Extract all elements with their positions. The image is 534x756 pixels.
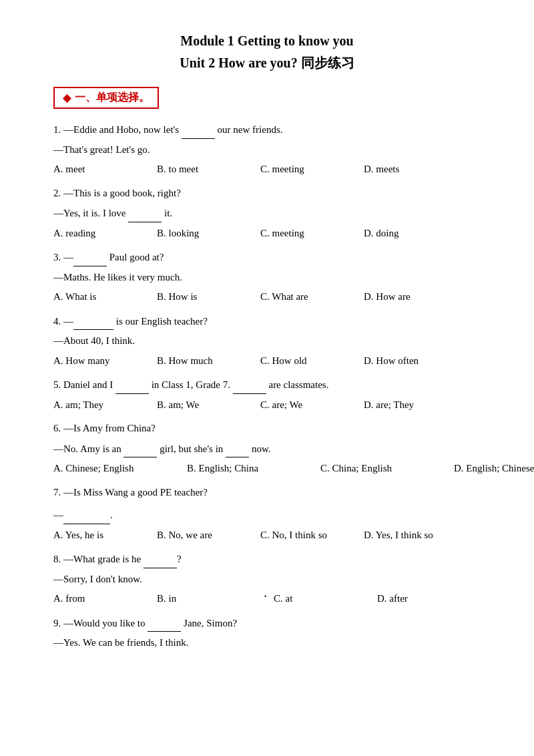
question-2: 2. —This is a good book, right? —Yes, it… [53,185,481,242]
q1-optD: D. meets [364,161,467,178]
q4-optB: B. How much [157,353,260,370]
page-title-sub: Unit 2 How are you? 同步练习 [53,54,481,72]
q8-text: 8. —What grade is he ? [53,550,481,568]
q1-optA: A. meet [53,161,157,178]
q6-optB: B. English; China [187,460,320,478]
q5-optB: B. am; We [157,397,260,414]
q7-options: A. Yes, he is B. No, we are C. No, I thi… [53,527,481,544]
q6-line2: —No. Amy is an girl, but she's in now. [53,440,481,458]
q4-optA: A. How many [53,353,157,370]
q7-optB: B. No, we are [157,527,260,544]
q3-text: 3. — Paul good at? [53,248,481,266]
q5-text: 5. Daniel and I in Class 1, Grade 7. are… [53,376,481,394]
q2-optB: B. looking [157,225,260,242]
question-3: 3. — Paul good at? —Maths. He likes it v… [53,248,481,306]
q7-optA: A. Yes, he is [53,527,157,544]
q2-optD: D. doing [364,225,467,242]
q5-options: A. am; They B. am; We C. are; We D. are;… [53,397,481,414]
q4-options: A. How many B. How much C. How old D. Ho… [53,353,481,370]
section-header: ◆ 一、单项选择。 [53,87,159,109]
q3-line2: —Maths. He likes it very much. [53,269,481,287]
diamond-icon: ◆ [63,91,71,104]
q7-line2: — . [53,504,481,524]
q6-text: 6. —Is Amy from China? [53,420,481,437]
question-1: 1. —Eddie and Hobo, now let's our new fr… [53,121,481,178]
q8-optC: C. at [274,590,377,608]
q3-optC: C. What are [260,289,364,306]
q1-text: 1. —Eddie and Hobo, now let's our new fr… [53,121,481,139]
q6-optD: D. English; Chinese [454,460,534,478]
question-6: 6. —Is Amy from China? —No. Amy is an gi… [53,420,481,478]
q6-optA: A. Chinese; English [53,460,187,478]
q5-optC: C. are; We [260,397,364,414]
q5-optD: D. are; They [364,397,467,414]
q9-text: 9. —Would you like to Jane, Simon? [53,614,481,632]
q1-optB: B. to meet [157,161,260,178]
q3-optA: A. What is [53,289,157,306]
q5-optA: A. am; They [53,397,157,414]
q1-line2: —That's great! Let's go. [53,142,481,159]
q8-optB: B. in [157,590,260,608]
q2-options: A. reading B. looking C. meeting D. doin… [53,225,481,242]
q7-text: 7. —Is Miss Wang a good PE teacher? [53,484,481,502]
q2-line2: —Yes, it is. I love it. [53,204,481,222]
q8-options: A. from B. in ・ C. at D. after [53,590,481,608]
page-title-main: Module 1 Getting to know you [53,33,481,49]
section-label: 一、单项选择。 [75,91,150,105]
question-9: 9. —Would you like to Jane, Simon? —Yes.… [53,614,481,652]
q7-optD: D. Yes, I think so [364,527,467,544]
q6-optC: C. China; English [320,460,454,478]
question-7: 7. —Is Miss Wang a good PE teacher? — . … [53,484,481,544]
q9-line2: —Yes. We can be friends, I think. [53,634,481,652]
q4-text: 4. — is our English teacher? [53,313,481,331]
q8-optD: D. after [377,590,457,608]
q7-optC: C. No, I think so [260,527,364,544]
question-5: 5. Daniel and I in Class 1, Grade 7. are… [53,376,481,413]
q2-text: 2. —This is a good book, right? [53,185,481,202]
q4-line2: —About 40, I think. [53,333,481,350]
q3-optD: D. How are [364,289,467,306]
q2-optC: C. meeting [260,225,364,242]
q8-line2: —Sorry, I don't know. [53,571,481,588]
question-8: 8. —What grade is he ? —Sorry, I don't k… [53,550,481,608]
q3-optB: B. How is [157,289,260,306]
q1-options: A. meet B. to meet C. meeting D. meets [53,161,481,178]
q3-options: A. What is B. How is C. What are D. How … [53,289,481,306]
q1-optC: C. meeting [260,161,364,178]
q8-optA: A. from [53,590,157,608]
q4-optC: C. How old [260,353,364,370]
q4-optD: D. How often [364,353,467,370]
q6-options: A. Chinese; English B. English; China C.… [53,460,481,478]
q2-optA: A. reading [53,225,157,242]
question-4: 4. — is our English teacher? —About 40, … [53,313,481,370]
